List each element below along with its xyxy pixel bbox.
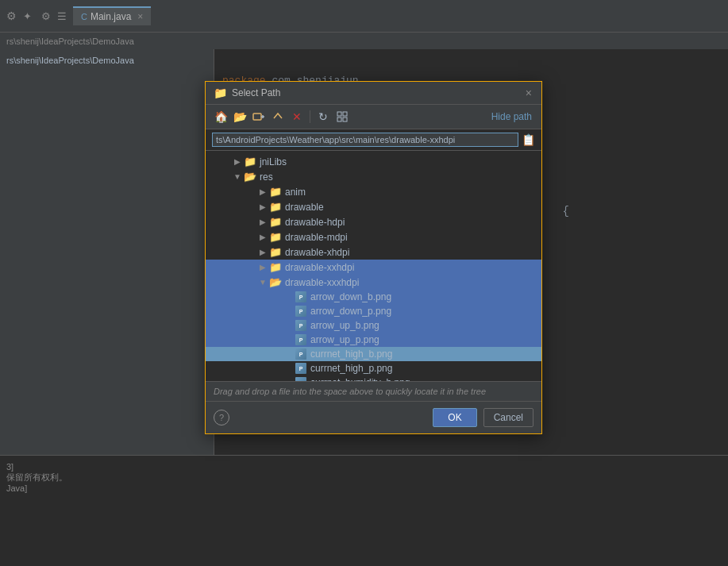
dialog-toolbar: 🏠 📂 ✕ ↻ Hide path [206,105,541,129]
arrow-icon: ▶ [256,263,269,271]
tree-item-label: drawable-hdpi [285,217,345,228]
move-up-button[interactable] [269,108,287,125]
tree-item-currnet-high-p[interactable]: P currnet_high_p.png [206,361,541,375]
dialog-close-button[interactable]: × [524,87,533,99]
arrow-icon: ▼ [231,172,244,181]
arrow-icon: ▶ [256,218,269,226]
arrow-icon: ▼ [256,278,269,287]
tree-item-label: res [260,171,273,183]
tree-item-jniLibs[interactable]: ▶ 📁 jniLibs [206,154,541,169]
main-java-tab[interactable]: C Main.java × [73,6,151,25]
tree-item-label: drawable-xxxhdpi [285,277,359,288]
tab-label: Main.java [91,11,131,22]
bottom-line-1: 3] [6,462,722,472]
hide-path-button[interactable]: Hide path [488,111,535,122]
arrow-icon: ▶ [231,157,244,166]
tree-item-currnet-humidity-b[interactable]: P currnet_humidity_b.png [206,375,541,381]
tree-item-arrow-down-b[interactable]: P arrow_down_b.png [206,290,541,304]
png-file-icon: P [295,363,307,374]
drag-drop-hint: Drag and drop a file into the space abov… [206,381,541,401]
tree-item-arrow-down-p[interactable]: P arrow_down_p.png [206,304,541,318]
tree-item-arrow-up-b[interactable]: P arrow_up_b.png [206,318,541,333]
tree-item-drawable-hdpi[interactable]: ▶ 📁 drawable-hdpi [206,214,541,229]
toolbar-separator [310,110,310,123]
tree-item-drawable-xxxhdpi[interactable]: ▼ 📂 drawable-xxxhdpi [206,275,541,290]
svg-rect-4 [343,112,347,116]
tree-item-drawable[interactable]: ▶ 📁 drawable [206,199,541,214]
arrow-icon: ▶ [256,233,269,241]
new-folder-button[interactable] [250,108,268,125]
file-tree[interactable]: ▶ 📁 jniLibs ▼ 📂 res ▶ 📁 anim ▶ 📁 drawabl… [206,151,541,381]
refresh-button[interactable]: ↻ [314,108,332,125]
dialog-title-group: 📁 Select Path [214,87,280,99]
spacer [282,322,295,330]
svg-rect-3 [337,112,341,116]
spacer [282,350,295,359]
ide-breadcrumb: rs\shenij\IdeaProjects\DemoJava [0,32,728,49]
ide-bottom-panel: 3] 保留所有权利。 Java] [0,455,728,566]
tree-item-label: currnet_high_b.png [310,348,392,360]
arrow-icon: ▶ [256,248,269,256]
spacer [282,307,295,316]
help-icon: ? [219,413,224,422]
drag-hint-text: Drag and drop a file into the space abov… [214,387,486,396]
arrow-icon: ▶ [256,187,269,196]
tree-item-anim[interactable]: ▶ 📁 anim [206,184,541,199]
folder-icon: 📁 [244,156,256,167]
folder-icon: 📂 [244,171,256,183]
spacer [282,364,295,373]
tree-item-label: drawable-xxhdpi [285,262,354,273]
folder-button[interactable]: 📂 [231,108,248,125]
png-file-icon: P [295,291,307,302]
spacer [282,336,295,345]
dialog-title: Select Path [232,87,280,98]
png-file-icon: P [295,306,307,317]
png-file-icon: P [295,348,307,360]
path-input-area: 📋 [206,129,541,151]
tree-item-currnet-high-b[interactable]: P currnet_high_b.png [206,347,541,361]
tree-item-label: arrow_up_b.png [310,320,379,331]
folder-icon: 📁 [269,231,282,243]
tree-item-label: arrow_down_p.png [310,306,391,317]
tree-item-arrow-up-p[interactable]: P arrow_up_p.png [206,333,541,347]
tree-item-label: jniLibs [260,156,287,167]
arrow-icon: ▶ [256,202,269,211]
tab-close-icon[interactable]: × [137,11,143,22]
tree-item-label: drawable [285,202,324,213]
dialog-folder-icon: 📁 [214,87,227,99]
tree-item-label: drawable-mdpi [285,232,348,243]
java-icon: C [81,12,87,21]
svg-rect-6 [343,117,347,121]
help-button[interactable]: ? [214,410,229,425]
expand-button[interactable] [333,108,351,125]
tree-item-drawable-xxhdpi[interactable]: ▶ 📁 drawable-xxhdpi [206,260,541,275]
tree-item-drawable-mdpi[interactable]: ▶ 📁 drawable-mdpi [206,229,541,244]
tree-item-label: anim [285,187,306,198]
tree-item-label: currnet_high_p.png [310,363,392,374]
spacer [282,379,295,382]
tree-item-drawable-xhdpi[interactable]: ▶ 📁 drawable-xhdpi [206,244,541,260]
build-icon: ⚙ [41,10,51,22]
tree-item-label: arrow_down_b.png [310,291,391,302]
path-input-field[interactable] [212,133,518,147]
bottom-line-3: Java] [6,483,722,493]
folder-icon: 📂 [269,276,282,288]
tree-item-label: arrow_up_p.png [310,334,379,345]
ide-titlebar: ⚙ ✦ ⚙ ☰ C Main.java × [0,0,728,32]
path-browse-icon[interactable]: 📋 [522,133,535,146]
ok-button[interactable]: OK [433,408,476,427]
settings-icon: ⚙ [6,10,17,22]
svg-rect-5 [337,117,341,121]
folder-icon: 📁 [269,216,282,228]
dialog-titlebar: 📁 Select Path × [206,82,541,105]
cancel-button[interactable]: Cancel [483,408,533,427]
png-file-icon: P [295,377,307,381]
dialog-footer: ? OK Cancel [206,401,541,433]
home-button[interactable]: 🏠 [212,108,229,125]
folder-icon: 📁 [269,246,282,258]
pin-icon: ✦ [23,10,32,22]
delete-button[interactable]: ✕ [288,108,306,125]
svg-rect-0 [253,114,261,120]
tree-item-res[interactable]: ▼ 📂 res [206,169,541,184]
code-brace: { [563,205,569,218]
